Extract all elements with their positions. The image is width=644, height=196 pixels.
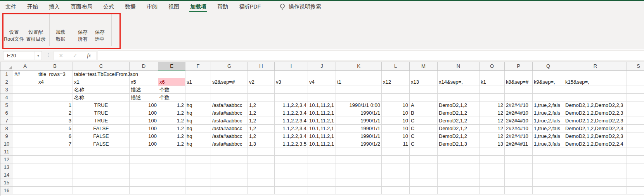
cell-F14[interactable] <box>185 171 211 179</box>
tab-加载项[interactable]: 加载项 <box>185 1 212 13</box>
cell-Q7[interactable]: 1,true,2,fals <box>533 117 564 125</box>
cell-O16[interactable] <box>480 187 505 194</box>
cell-D13[interactable] <box>130 163 158 171</box>
cell-B5[interactable]: 1 <box>37 101 73 109</box>
row-header-8[interactable]: 8 <box>0 125 13 132</box>
cell-B1[interactable]: title_rows=3 <box>37 70 73 78</box>
cell-D7[interactable]: 100 <box>130 117 158 125</box>
cell-A15[interactable] <box>13 179 37 187</box>
cell-A6[interactable] <box>13 109 37 117</box>
cell-F4[interactable] <box>185 94 211 101</box>
cell-F2[interactable]: s1 <box>185 78 211 86</box>
cell-J11[interactable] <box>308 148 336 156</box>
cell-R9[interactable]: DemoD2,1,2,DemoD2,2,3 <box>564 132 627 140</box>
name-box[interactable]: E20 ▾ <box>3 51 42 60</box>
cell-A12[interactable] <box>13 156 37 163</box>
cell-E10[interactable]: 1.2 <box>158 140 185 148</box>
cell-E9[interactable]: 1.2 <box>158 132 185 140</box>
cell-B3[interactable] <box>37 86 73 94</box>
cell-M16[interactable] <box>410 187 438 194</box>
cell-Q16[interactable] <box>533 187 564 194</box>
cell-J9[interactable]: 10.1,11.2,1 <box>308 132 336 140</box>
cell-S16[interactable] <box>627 187 644 194</box>
cell-P15[interactable] <box>505 179 533 187</box>
cell-R5[interactable]: DemoD2,1,2,DemoD2,2,3 <box>564 101 627 109</box>
cell-P5[interactable]: 2#2#4#10 <box>505 101 533 109</box>
cell-F15[interactable] <box>185 179 211 187</box>
cell-L8[interactable]: 10 <box>382 125 410 132</box>
cell-O11[interactable] <box>480 148 505 156</box>
tab-页面布局[interactable]: 页面布局 <box>65 1 98 13</box>
cell-O1[interactable] <box>480 70 505 78</box>
cell-O14[interactable] <box>480 171 505 179</box>
cell-Q11[interactable] <box>533 148 564 156</box>
cell-S12[interactable] <box>627 156 644 163</box>
column-header-Q[interactable]: Q <box>533 62 564 70</box>
tab-开始[interactable]: 开始 <box>22 1 43 13</box>
row-header-14[interactable]: 14 <box>0 171 13 179</box>
cell-Q8[interactable]: 1,true,2,fals <box>533 125 564 132</box>
tab-数据[interactable]: 数据 <box>119 1 141 13</box>
cell-N9[interactable]: DemoD2,1,2 <box>438 132 480 140</box>
cell-L9[interactable]: 10 <box>382 132 410 140</box>
cell-B8[interactable]: 5 <box>37 125 73 132</box>
cell-P7[interactable]: 2#2#4#10 <box>505 117 533 125</box>
cell-C2[interactable]: x1 <box>73 78 130 86</box>
addin-button-保存所有[interactable]: 保存所有 <box>73 16 92 46</box>
cell-J13[interactable] <box>308 163 336 171</box>
tab-福昕PDF[interactable]: 福昕PDF <box>234 1 266 13</box>
cell-C3[interactable]: 名称 <box>73 86 130 94</box>
cell-P10[interactable]: 2#2#4#11 <box>505 140 533 148</box>
column-header-I[interactable]: I <box>275 62 308 70</box>
column-header-R[interactable]: R <box>564 62 627 70</box>
cell-G4[interactable] <box>211 94 248 101</box>
cell-C10[interactable]: FALSE <box>73 140 130 148</box>
cell-L3[interactable] <box>382 86 410 94</box>
cell-H2[interactable]: v2 <box>248 78 275 86</box>
row-header-7[interactable]: 7 <box>0 117 13 125</box>
cell-J7[interactable]: 10.1,11.2,1 <box>308 117 336 125</box>
tab-插入[interactable]: 插入 <box>43 1 65 13</box>
cell-O10[interactable]: 13 <box>480 140 505 148</box>
cell-R8[interactable]: DemoD2,1,2,DemoD2,2,3 <box>564 125 627 132</box>
cell-G12[interactable] <box>211 156 248 163</box>
cell-P16[interactable] <box>505 187 533 194</box>
cell-I1[interactable] <box>275 70 308 78</box>
cell-J15[interactable] <box>308 179 336 187</box>
cell-E12[interactable] <box>158 156 185 163</box>
cell-P11[interactable] <box>505 148 533 156</box>
cell-P4[interactable] <box>505 94 533 101</box>
cell-G16[interactable] <box>211 187 248 194</box>
cell-D15[interactable] <box>130 179 158 187</box>
cell-Q12[interactable] <box>533 156 564 163</box>
cell-R15[interactable] <box>564 179 627 187</box>
cell-A14[interactable] <box>13 171 37 179</box>
cell-I2[interactable]: v3 <box>275 78 308 86</box>
cell-A5[interactable] <box>13 101 37 109</box>
cell-G8[interactable]: /asfa#aabbcc <box>211 125 248 132</box>
cell-C9[interactable]: FALSE <box>73 132 130 140</box>
cell-F12[interactable] <box>185 156 211 163</box>
cell-C1[interactable]: table=test.TbExcelFromJson <box>73 70 130 78</box>
cell-Q6[interactable]: 1,true,2,fals <box>533 109 564 117</box>
cell-R14[interactable] <box>564 171 627 179</box>
cell-S6[interactable] <box>627 109 644 117</box>
column-header-B[interactable]: B <box>37 62 73 70</box>
cell-M11[interactable] <box>410 148 438 156</box>
addin-button-加载数据[interactable]: 加载数据 <box>51 16 70 46</box>
cell-B10[interactable]: 7 <box>37 140 73 148</box>
cell-E15[interactable] <box>158 179 185 187</box>
row-header-5[interactable]: 5 <box>0 101 13 109</box>
cell-S3[interactable] <box>627 86 644 94</box>
cell-N6[interactable]: DemoD2,1,2 <box>438 109 480 117</box>
cell-F16[interactable] <box>185 187 211 194</box>
cell-R4[interactable] <box>564 94 627 101</box>
column-header-H[interactable]: H <box>248 62 275 70</box>
cell-P2[interactable]: k8&sep=# <box>505 78 533 86</box>
cell-L1[interactable] <box>382 70 410 78</box>
cell-I11[interactable] <box>275 148 308 156</box>
cell-A13[interactable] <box>13 163 37 171</box>
cell-N3[interactable] <box>438 86 480 94</box>
cell-C14[interactable] <box>73 171 130 179</box>
cell-O12[interactable] <box>480 156 505 163</box>
